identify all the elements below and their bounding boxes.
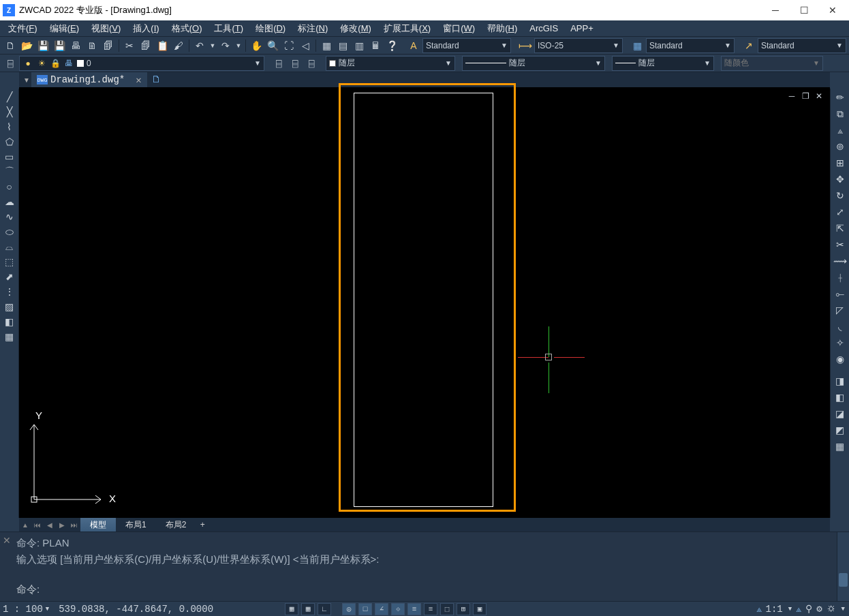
scale-dd-icon[interactable]: ▼: [46, 606, 49, 613]
array-icon[interactable]: ⊞: [833, 155, 848, 170]
spline-icon[interactable]: ∿: [2, 210, 17, 224]
polyline-icon[interactable]: ⌇: [2, 120, 17, 134]
zoom-rt-icon[interactable]: 🔍: [265, 38, 280, 53]
otrack-toggle[interactable]: ∠: [375, 603, 388, 615]
prop-icon[interactable]: ◉: [833, 352, 848, 367]
layer-iso-icon[interactable]: ⌸: [304, 56, 319, 71]
mirror-icon[interactable]: ⟁: [833, 123, 848, 138]
layer-state-icon[interactable]: ⌸: [288, 56, 303, 71]
doc-tab-drawing1[interactable]: DWG Drawing1.dwg* ✕: [31, 72, 147, 87]
new-tab-button[interactable]: 🗋: [147, 72, 165, 87]
draworder-front-icon[interactable]: ◨: [833, 373, 848, 388]
scroll-up-icon[interactable]: ▲: [19, 519, 31, 531]
draworder-back-icon[interactable]: ◧: [833, 390, 848, 405]
undo-icon[interactable]: ↶: [192, 38, 207, 53]
lwt-toggle[interactable]: ≡: [407, 603, 421, 615]
arc-icon[interactable]: ⌒: [2, 165, 17, 179]
status-scale[interactable]: 1 : 100: [3, 604, 43, 615]
cycling-toggle[interactable]: ≡: [424, 603, 437, 615]
help-icon[interactable]: ❔: [384, 38, 399, 53]
ortho-toggle[interactable]: ∟: [318, 603, 331, 615]
close-button[interactable]: ✕: [819, 1, 846, 20]
anno-scale-dd-icon[interactable]: ▼: [788, 606, 792, 613]
doc-close-icon[interactable]: ✕: [814, 91, 824, 101]
copy-obj-icon[interactable]: ⧉: [833, 106, 848, 121]
zoom-prev-icon[interactable]: ◁: [298, 38, 313, 53]
mleaderstyle-icon[interactable]: ↗: [741, 38, 756, 53]
layer-manager-icon[interactable]: ⌸: [3, 56, 18, 71]
menu-dimension[interactable]: 标注(N): [292, 21, 333, 36]
calculator-icon[interactable]: 🖩: [368, 38, 383, 53]
undo-dd-icon[interactable]: ▼: [209, 38, 217, 53]
menu-file[interactable]: 文件(F): [3, 21, 43, 36]
anno-sync-icon[interactable]: ⚲: [805, 603, 812, 615]
maximize-button[interactable]: ☐: [790, 1, 818, 20]
plot-icon[interactable]: 🖶: [68, 38, 83, 53]
menu-format[interactable]: 格式(O): [166, 21, 208, 36]
add-layout-icon[interactable]: +: [196, 520, 209, 529]
polar-toggle[interactable]: ◎: [342, 603, 356, 615]
menu-appplus[interactable]: APP+: [565, 22, 599, 35]
matchprop-icon[interactable]: 🖌: [171, 38, 186, 53]
qprops-toggle[interactable]: ▣: [473, 603, 487, 615]
scale-icon[interactable]: ⤢: [833, 204, 848, 219]
menu-express[interactable]: 扩展工具(X): [378, 21, 436, 36]
tool-palette-icon[interactable]: ▥: [352, 38, 367, 53]
draworder-hatch-icon[interactable]: ▦: [833, 439, 848, 454]
redo-dd-icon[interactable]: ▼: [234, 38, 243, 53]
anno-visibility-icon[interactable]: ⟁: [756, 604, 762, 615]
textstyle-icon[interactable]: A: [406, 38, 421, 53]
gradient-icon[interactable]: ◧: [2, 315, 17, 328]
menu-arcgis[interactable]: ArcGIS: [524, 22, 564, 35]
dynfields-toggle[interactable]: ⊞: [457, 603, 470, 615]
model-toggle[interactable]: ⬚: [440, 603, 454, 615]
tab-model[interactable]: 模型: [80, 518, 116, 532]
table-icon[interactable]: ▦: [2, 330, 17, 343]
mtext-icon[interactable]: [2, 345, 17, 365]
tablestyle-icon[interactable]: ▦: [630, 38, 645, 53]
cut-icon[interactable]: ✂: [122, 38, 137, 53]
properties-icon[interactable]: ▦: [319, 38, 334, 53]
design-center-icon[interactable]: ▤: [335, 38, 350, 53]
command-text[interactable]: 命令: PLAN 输入选项 [当前用户坐标系(C)/用户坐标系(U)/世界坐标系…: [14, 532, 837, 601]
hatch-icon[interactable]: ▨: [2, 300, 17, 313]
insert-icon[interactable]: ⬈: [2, 270, 17, 283]
copy-icon[interactable]: 🗐: [138, 38, 153, 53]
fillet-icon[interactable]: ◟: [833, 319, 848, 334]
revcloud-icon[interactable]: ☁: [2, 195, 17, 209]
redo-icon[interactable]: ↷: [218, 38, 233, 53]
dyn-toggle[interactable]: ⟐: [391, 603, 405, 615]
pan-icon[interactable]: ✋: [249, 38, 264, 53]
extend-icon[interactable]: ⟿: [833, 253, 848, 268]
tabs-dropdown-icon[interactable]: ▼: [22, 76, 31, 84]
lineweight-combo[interactable]: 随层▼: [612, 56, 714, 71]
new-icon[interactable]: 🗋: [3, 38, 18, 53]
rectangle-icon[interactable]: ▭: [2, 150, 17, 164]
draworder-above-icon[interactable]: ◪: [833, 406, 848, 421]
draworder-under-icon[interactable]: ◩: [833, 422, 848, 437]
minimize-button[interactable]: ─: [762, 1, 789, 20]
workspace-icon[interactable]: ⚙: [816, 603, 822, 615]
ellipse-arc-icon[interactable]: ⌓: [2, 240, 17, 253]
trim-icon[interactable]: ✂: [833, 237, 848, 252]
tab-layout2[interactable]: 布局2: [156, 518, 196, 532]
circle-icon[interactable]: ○: [2, 180, 17, 194]
performance-icon[interactable]: ⛭: [827, 604, 836, 615]
grid-toggle[interactable]: ▦: [301, 603, 315, 615]
menu-view[interactable]: 视图(V): [86, 21, 126, 36]
polygon-icon[interactable]: ⬠: [2, 135, 17, 149]
dimstyle-icon[interactable]: ⟼: [518, 38, 533, 53]
join-icon[interactable]: ⟜: [833, 286, 848, 301]
menu-help[interactable]: 帮助(H): [482, 21, 523, 36]
anno-scale[interactable]: 1:1: [766, 604, 783, 615]
table-style-combo[interactable]: Standard▼: [646, 38, 735, 53]
osnap-toggle[interactable]: □: [358, 603, 372, 615]
erase-icon[interactable]: ✏: [833, 90, 848, 105]
anno-auto-icon[interactable]: ⟁: [796, 604, 801, 615]
offset-icon[interactable]: ⊚: [833, 139, 848, 154]
layer-combo[interactable]: ● ☀ 🔒 🖶 0 ▼: [19, 56, 264, 71]
cmd-close-icon[interactable]: ✕: [0, 532, 14, 601]
paste-icon[interactable]: 📋: [155, 38, 170, 53]
explode-icon[interactable]: ✧: [833, 335, 848, 350]
doc-restore-icon[interactable]: ❐: [800, 91, 811, 101]
